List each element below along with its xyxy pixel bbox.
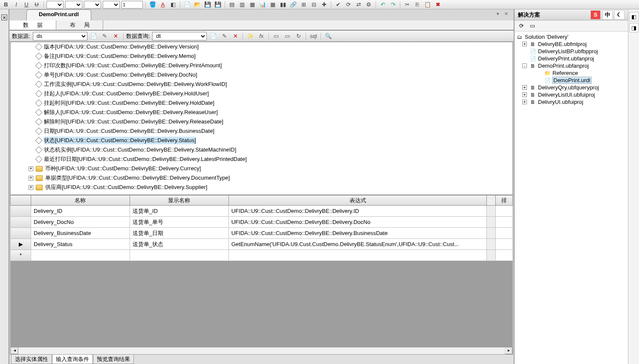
tree-field[interactable]: 状态[UFIDA::U9::Cust::CustDemo::DelivryBE:… — [11, 136, 512, 145]
ime-s-icon[interactable]: S — [590, 10, 601, 20]
border-dropdown[interactable] — [84, 1, 101, 9]
dock-btn-1[interactable]: ◧ — [629, 12, 639, 21]
formula-icon[interactable]: fx — [257, 32, 266, 40]
expand-icon[interactable]: - — [522, 63, 527, 68]
underline-button[interactable]: U — [22, 1, 31, 9]
tab-query-condition[interactable]: 输入查询条件 — [52, 355, 93, 364]
dq-edit-icon[interactable]: ✎ — [220, 32, 229, 40]
page2-icon[interactable]: ▭ — [283, 32, 292, 40]
datasource-dropdown[interactable]: ds — [33, 32, 87, 40]
tree-field[interactable]: 备注[UFIDA::U9::Cust::CustDemo::DelivryBE:… — [11, 52, 512, 61]
table-row[interactable]: Delivery_DocNo送货单_单号UFIDA::U9::Cust::Cus… — [11, 217, 513, 228]
ds-new-icon[interactable]: 📄 — [89, 32, 98, 40]
font-color-button[interactable]: A — [159, 1, 167, 9]
tab-data[interactable]: 数据 — [9, 20, 56, 30]
expand-icon[interactable]: + — [522, 85, 527, 90]
sync-button[interactable]: ⇄ — [354, 1, 363, 9]
field-tree[interactable]: 版本[UFIDA::U9::Cust::CustDemo::DelivryBE:… — [10, 42, 513, 195]
sol-showall-icon[interactable]: ▭ — [528, 22, 537, 30]
tree-field[interactable]: 挂起人[UFIDA::U9::Cust::CustDemo::DelivryBE… — [11, 89, 512, 98]
tab-layout[interactable]: 布局 — [56, 20, 103, 30]
table-button[interactable]: ▦ — [269, 1, 277, 9]
link-button[interactable]: 🔗 — [289, 1, 298, 9]
group-button[interactable]: ⊞ — [299, 1, 308, 9]
grid-h-scrollbar[interactable]: ◂ ▸ — [10, 347, 513, 355]
align-center-button[interactable]: ▥ — [238, 1, 246, 9]
refresh-button[interactable]: ⟳ — [344, 1, 353, 9]
tree-field[interactable]: 日期[UFIDA::U9::Cust::CustDemo::DelivryBE:… — [11, 126, 512, 136]
props-button[interactable]: ⚙ — [364, 1, 373, 9]
delete-button[interactable]: ✖ — [434, 1, 442, 9]
dq-new-icon[interactable]: 📄 — [208, 32, 218, 40]
open-button[interactable]: 📂 — [193, 1, 202, 9]
solution-item[interactable]: +🗎DelivryBE.ubfmlproj — [516, 40, 626, 48]
solution-item[interactable]: +🗎DeliveryListUI.ubfuiproj — [516, 91, 626, 98]
italic-button[interactable]: I — [12, 1, 20, 9]
highlight-button[interactable]: ◧ — [169, 1, 177, 9]
tab-select-entity[interactable]: 选择实体属性 — [11, 355, 52, 364]
ds-edit-icon[interactable]: ✎ — [100, 32, 110, 40]
tree-field[interactable]: 单号[UFIDA::U9::Cust::CustDemo::DelivryBE:… — [11, 70, 512, 80]
chart-button[interactable]: 📊 — [258, 1, 267, 9]
left-dock-close[interactable]: ✕ — [1, 14, 7, 20]
tree-field[interactable]: 最近打印日期[UFIDA::U9::Cust::CustDemo::Delivr… — [11, 155, 512, 164]
solution-tree[interactable]: 🗂 Solution 'Delivery' +🗎DelivryBE.ubfmlp… — [515, 32, 628, 364]
check-button[interactable]: ✔ — [334, 1, 342, 9]
copy-button[interactable]: ⎘ — [413, 1, 422, 9]
expand-icon[interactable]: + — [522, 92, 527, 97]
document-tab[interactable]: DemoPrint.urdl — [26, 9, 91, 20]
table-row[interactable]: Delivery_ID送货单_IDUFIDA::U9::Cust::CustDe… — [11, 206, 513, 217]
scroll-left-icon[interactable]: ◂ — [11, 347, 18, 354]
col-sort-header[interactable]: 排 — [496, 195, 513, 206]
cut-button[interactable]: ✂ — [403, 1, 411, 9]
undo-button[interactable]: ↶ — [379, 1, 387, 9]
expand-icon[interactable]: + — [29, 176, 33, 181]
save-all-button[interactable]: 💾 — [214, 1, 222, 9]
add-button[interactable]: ✚ — [320, 1, 328, 9]
page3-icon[interactable]: ↻ — [294, 32, 303, 40]
solution-item[interactable]: 📄DeliveryListBP.ubfbpproj — [516, 48, 626, 55]
tree-field[interactable]: 状态机实例[UFIDA::U9::Cust::CustDemo::Delivry… — [11, 145, 512, 155]
align-dropdown[interactable] — [46, 1, 64, 9]
tab-close-icon[interactable]: ✕ — [504, 11, 510, 17]
ds-delete-icon[interactable]: ✕ — [111, 32, 121, 40]
expand-icon[interactable]: + — [29, 166, 33, 171]
save-button[interactable]: 💾 — [203, 1, 212, 9]
grid-dropdown[interactable] — [103, 1, 120, 9]
new-button[interactable]: 📄 — [183, 1, 191, 9]
solution-root[interactable]: 🗂 Solution 'Delivery' — [516, 33, 626, 40]
tree-field[interactable]: 解除人[UFIDA::U9::Cust::CustDemo::DelivryBE… — [11, 108, 512, 117]
solution-item[interactable]: -🗎DemoPrint.ubfanproj — [516, 62, 626, 69]
redo-button[interactable]: ↷ — [389, 1, 397, 9]
ungroup-button[interactable]: ⊟ — [309, 1, 318, 9]
barcode-button[interactable]: ▮▮ — [279, 1, 287, 9]
fill-color-button[interactable]: 🪣 — [148, 1, 157, 9]
scroll-right-icon[interactable]: ▸ — [505, 347, 512, 354]
dataquery-dropdown[interactable]: dt — [152, 32, 207, 40]
align-left-button[interactable]: ▤ — [228, 1, 236, 9]
tree-folder[interactable]: +单据类型[UFIDA::U9::Cust::CustDemo::Delivry… — [11, 173, 512, 183]
expand-icon[interactable]: + — [522, 100, 527, 104]
tab-preview-result[interactable]: 预览查询结果 — [93, 355, 134, 364]
tree-field[interactable]: 解除时间[UFIDA::U9::Cust::CustDemo::DelivryB… — [11, 117, 512, 126]
tree-field[interactable]: 挂起时间[UFIDA::U9::Cust::CustDemo::DelivryB… — [11, 98, 512, 108]
sol-refresh-icon[interactable]: ⟳ — [517, 22, 526, 30]
bold-button[interactable]: B — [2, 1, 10, 9]
align-right-button[interactable]: ▦ — [248, 1, 257, 9]
dq-delete-icon[interactable]: ✕ — [231, 32, 240, 40]
expand-icon[interactable]: + — [522, 42, 527, 46]
dock-btn-2[interactable]: ◨ — [629, 23, 639, 32]
expand-icon[interactable]: + — [29, 185, 33, 190]
tab-dropdown-icon[interactable]: ▾ — [497, 11, 503, 17]
table-row[interactable]: Delivery_BusinessDate送货单_日期UFIDA::U9::Cu… — [11, 228, 513, 239]
solution-item[interactable]: 📄DeliveryPrint.ubfanproj — [516, 55, 626, 62]
new-row[interactable]: * — [11, 250, 513, 261]
col-name-header[interactable]: 名称 — [31, 195, 130, 206]
tree-folder[interactable]: +币种[UFIDA::U9::Cust::CustDemo::DelivryBE… — [11, 164, 512, 173]
zoom-icon[interactable]: 🔍 — [324, 32, 333, 40]
line-dropdown[interactable] — [65, 1, 82, 9]
tree-folder[interactable]: +供应商[UFIDA::U9::Cust::CustDemo::DelivryB… — [11, 183, 512, 192]
field-grid[interactable]: 名称 显示名称 表达式 排 Delivery_ID送货单_IDUFIDA::U9… — [10, 195, 513, 261]
solution-item[interactable]: +🗎DelivryUI.ubfuiproj — [516, 98, 626, 106]
strike-button[interactable]: U — [32, 1, 41, 9]
